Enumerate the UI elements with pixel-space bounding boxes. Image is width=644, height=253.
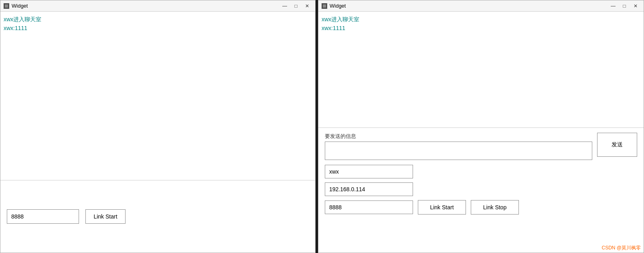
server-title-controls: — □ ✕	[280, 2, 312, 10]
server-message-2: xwx:1111	[4, 24, 312, 32]
server-minimize-button[interactable]: —	[280, 2, 290, 10]
svg-rect-3	[323, 4, 326, 8]
client-title-controls: — □ ✕	[608, 2, 640, 10]
send-input-wrapper: 要发送的信息	[325, 133, 592, 160]
server-title-bar: Widget — □ ✕	[0, 0, 315, 12]
client-link-start-button[interactable]: Link Start	[418, 200, 466, 215]
client-username-input[interactable]	[325, 165, 413, 178]
port-and-btns-row: Link Start Link Stop	[325, 200, 637, 215]
send-row: 要发送的信息 发送	[325, 133, 637, 160]
send-message-input[interactable]	[325, 142, 592, 160]
server-link-start-button[interactable]: Link Start	[85, 209, 126, 224]
client-title-bar: Widget — □ ✕	[318, 0, 644, 12]
svg-rect-1	[5, 4, 8, 8]
client-maximize-button[interactable]: □	[620, 2, 629, 10]
server-port-input[interactable]	[7, 209, 79, 224]
ip-row	[325, 182, 637, 196]
client-port-input[interactable]	[325, 200, 413, 214]
send-label: 要发送的信息	[325, 133, 592, 140]
server-close-button[interactable]: ✕	[302, 2, 312, 10]
client-message-1: xwx进入聊天室	[322, 15, 640, 24]
client-ip-input[interactable]	[325, 182, 413, 196]
client-window-icon	[322, 3, 327, 9]
send-button[interactable]: 发送	[597, 133, 637, 157]
client-minimize-button[interactable]: —	[608, 2, 618, 10]
server-window-title: Widget	[12, 3, 280, 9]
watermark: CSDN @莫川枫零	[601, 245, 641, 251]
client-bottom-panel: 要发送的信息 发送 Link Start Link Stop	[318, 128, 644, 219]
client-window: Widget — □ ✕ xwx进入聊天室 xwx:1111 要发送的信息 发送	[318, 0, 644, 253]
server-bottom-panel: Link Start	[0, 180, 315, 253]
server-window-icon	[4, 3, 9, 9]
fields-row	[325, 165, 637, 178]
client-close-button[interactable]: ✕	[631, 2, 640, 10]
server-message-1: xwx进入聊天室	[4, 15, 312, 24]
server-maximize-button[interactable]: □	[291, 2, 301, 10]
client-link-stop-button[interactable]: Link Stop	[471, 200, 519, 215]
server-chat-area: xwx进入聊天室 xwx:1111	[0, 12, 315, 180]
client-action-buttons: Link Start Link Stop	[418, 200, 519, 215]
client-chat-area: xwx进入聊天室 xwx:1111	[318, 12, 644, 128]
client-window-title: Widget	[330, 3, 608, 9]
server-window: Widget — □ ✕ xwx进入聊天室 xwx:1111 Link Star…	[0, 0, 316, 253]
client-message-2: xwx:1111	[322, 24, 640, 32]
